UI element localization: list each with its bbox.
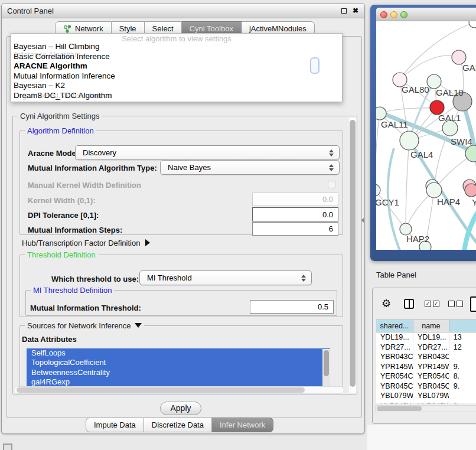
cell-value [449,391,476,401]
combo-spinner-icon [329,164,334,171]
mi-threshold-definition-title: MI Threshold Definition [31,286,114,295]
mi-threshold-field[interactable] [250,300,334,314]
column-header-shared-name[interactable]: shared... [376,319,413,332]
kernel-width-field[interactable] [252,193,338,206]
node-hap4[interactable] [426,182,442,198]
column-header-partial[interactable] [449,319,476,332]
table-horizontal-scrollbar[interactable] [375,405,476,412]
cell-name: YER054C [413,371,449,381]
table-row[interactable]: YBR045C YBR045C 9. [376,381,476,392]
data-attribute-item[interactable]: SelfLoops [27,348,330,358]
attr-list-scrollbar[interactable] [322,349,330,386]
node-label-gal10: GAL10 [436,87,464,97]
select-all-checks-icon[interactable]: ✓✓ [425,301,439,307]
ghost-inference-algorithm-label: Inference Algorithm [15,50,81,59]
node-gcy1[interactable] [376,184,380,196]
node-label-gal80: GAL80 [402,84,429,94]
cell-value [449,352,476,362]
network-window-titlebar[interactable] [376,8,476,21]
cell-shared-name: YPR145W [376,362,413,372]
combo-spinner-icon [329,149,334,156]
mac-close-button[interactable] [380,11,387,18]
mi-threshold-label: Mutual Information Threshold: [30,304,141,312]
dpi-tolerance-field[interactable] [252,207,338,221]
cell-shared-name: YDL19... [376,332,413,343]
tab-discretize-data[interactable]: Discretize Data [144,418,212,432]
panel-splitter-handle[interactable] [361,218,364,223]
table-row[interactable]: YER054C YER054C 8. [376,371,476,381]
cell-name: YDR27... [413,343,449,353]
document-icon[interactable] [470,296,476,312]
corner-widget[interactable] [3,444,12,450]
node-label-swi4: SWI4 [451,136,472,146]
cell-shared-name: YDR27... [376,343,413,353]
control-panel-titlebar[interactable]: Control Panel ✖ [2,4,364,18]
bottom-tabbar: Impute Data Discretize Data Infer Networ… [86,418,273,432]
data-attribute-item[interactable]: BetweennessCentrality [27,368,330,377]
table-row[interactable]: YLR345W YLR345W 9. [376,401,476,404]
node-salmon-right[interactable] [465,184,476,197]
sources-expander[interactable]: Sources for Network Inference [25,321,144,330]
hub-transcription-factor-expander[interactable]: Hub/Transcription Factor Definition [22,239,150,247]
apply-button[interactable]: Apply [160,402,201,415]
data-attribute-item[interactable]: TopologicalCoefficient [27,358,330,367]
node-label-y-cut: Y [472,197,476,207]
node-label-gal1: GAL1 [438,113,461,123]
cell-value: 8. [449,371,476,381]
settings-vertical-scrollbar[interactable] [348,118,356,393]
network-graph: GAL GAL80 GAL10 GAL1 GAL11 SWI4 GAL4 GCY… [376,21,476,250]
table-row[interactable]: YBR043C YBR043C [376,352,476,362]
cell-value: 9. [449,401,476,404]
node-gal4[interactable] [400,131,419,150]
expander-right-icon [145,239,150,246]
node-hap2[interactable] [400,223,412,235]
mac-minimize-button[interactable] [390,11,397,18]
sources-title: Sources for Network Inference [27,321,131,330]
cell-shared-name: YBL079W [376,391,413,401]
hub-transcription-factor-label: Hub/Transcription Factor Definition [22,239,140,247]
split-columns-icon[interactable] [404,299,414,309]
cell-shared-name: YBR043C [376,352,413,362]
algorithm-dropdown-item[interactable]: Bayesian – K2 [11,81,342,91]
gear-icon[interactable]: ⚙ [382,298,391,309]
column-header-name[interactable]: name [413,319,449,332]
network-canvas[interactable]: GAL GAL80 GAL10 GAL1 GAL11 SWI4 GAL4 GCY… [376,21,476,250]
ghost-combo-fragment [310,57,319,74]
cell-name: YPR145W [413,362,449,372]
network-icon [63,25,71,33]
table-row[interactable]: YPR145W YPR145W 9. [376,362,476,372]
bottom-right-background [367,425,476,450]
tab-discretize-data-label: Discretize Data [152,418,204,432]
expander-down-icon [135,323,142,328]
mac-zoom-button[interactable] [400,11,407,18]
control-panel-title: Control Panel [7,4,54,18]
network-window: GAL GAL80 GAL10 GAL1 GAL11 SWI4 GAL4 GCY… [376,8,476,250]
node-top-partial[interactable] [469,21,476,28]
deselect-all-checks-icon[interactable] [448,301,463,307]
ghost-network-name-label: galFiltered.sif default node [22,91,112,100]
tab-impute-data-label: Impute Data [94,418,136,432]
float-window-icon[interactable] [341,8,347,14]
aracne-mode-label: Aracne Mode: [28,149,79,158]
mi-algorithm-type-label: Mutual Information Algorithm Type: [28,164,157,172]
mi-algorithm-type-combo[interactable]: Naive Bayes [160,160,340,175]
tab-impute-data[interactable]: Impute Data [86,418,144,432]
which-threshold-combo[interactable]: MI Threshold [139,270,312,285]
table-row[interactable]: YBL079W YBL079W [376,391,476,401]
cell-name: YDL19... [413,332,449,343]
aracne-mode-combo[interactable]: Discovery [75,145,340,160]
algorithm-dropdown-item[interactable]: Mutual Information Inference [11,71,342,81]
manual-kernel-width-checkbox[interactable] [328,181,335,188]
cell-value: 12 [449,343,476,353]
table-row[interactable]: YDL19... YDL19... 13 [376,332,476,343]
mi-steps-field[interactable] [252,222,338,236]
algorithm-dropdown-item[interactable]: ARACNE Algorithm [11,61,342,71]
node-label-hap4: HAP4 [437,197,460,207]
table-row[interactable]: YDR27... YDR27... 12 [376,343,476,353]
tab-infer-network[interactable]: Infer Network [212,418,273,432]
node-gal11[interactable] [376,107,386,120]
settings-horizontal-scrollbar[interactable] [14,386,344,394]
close-icon[interactable]: ✖ [353,6,358,15]
node-label-gcy1: GCY1 [376,197,399,207]
data-attribute-item[interactable]: gal4RGexp [27,377,330,387]
